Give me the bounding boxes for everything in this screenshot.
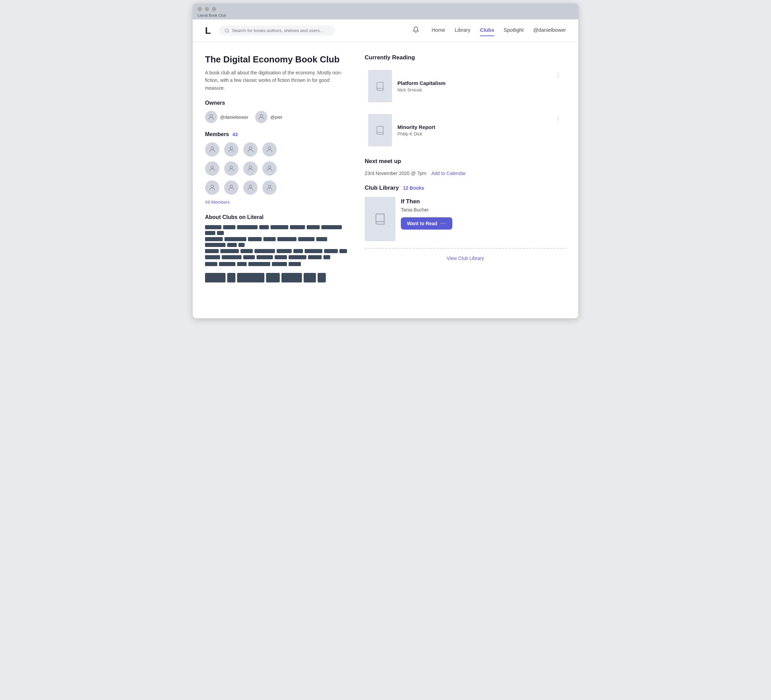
book-author: Nick Srnicek (397, 87, 548, 93)
nav-clubs[interactable]: Clubs (480, 27, 494, 34)
main-content: The Digital Economy Book Club A book clu… (193, 42, 578, 295)
owners-row: @danielbower @piet (205, 111, 348, 123)
svg-point-4 (211, 147, 213, 150)
all-members-link[interactable]: All Members (205, 200, 348, 205)
left-column: The Digital Economy Book Club A book clu… (205, 54, 348, 282)
members-count: 43 (232, 132, 238, 137)
library-book-title: If Then (401, 198, 566, 205)
library-book-info-if-then: If Then Tania Bucher Want to Read ··· (401, 197, 566, 230)
about-clubs-text (205, 225, 348, 282)
book-title: Platform Capitalism (397, 80, 548, 86)
next-meetup-title: Next meet up (365, 158, 566, 165)
library-book-cover-if-then (365, 197, 395, 241)
members-header: Members 43 (205, 131, 348, 137)
navbar: L Home Library Clubs Spotlight @danielbo… (193, 20, 578, 42)
svg-point-14 (249, 185, 251, 187)
svg-point-9 (230, 166, 232, 169)
list-item (205, 161, 220, 176)
club-library-title: Club Library (365, 184, 399, 191)
traffic-light-close[interactable] (197, 7, 202, 11)
book-icon (375, 125, 385, 135)
list-item (243, 161, 257, 176)
club-description: A book club all about the digitisation o… (205, 69, 348, 92)
club-title: The Digital Economy Book Club (205, 54, 348, 65)
owner-danielbower: @danielbower (205, 111, 248, 123)
list-item (262, 181, 277, 195)
svg-point-6 (249, 147, 251, 150)
nav-links: Home Library Clubs Spotlight @danielbowe… (431, 27, 566, 34)
add-to-calendar-link[interactable]: Add to Calendar (431, 171, 466, 176)
book-cover-platform-capitalism (368, 70, 392, 103)
nav-library[interactable]: Library (455, 27, 470, 34)
list-item (224, 181, 239, 195)
traffic-light-expand[interactable] (212, 7, 216, 11)
bell-icon[interactable] (412, 26, 419, 35)
svg-point-10 (249, 166, 251, 169)
book-menu-icon[interactable]: ⋮ (554, 114, 563, 124)
list-item (224, 142, 239, 156)
svg-point-7 (268, 147, 270, 150)
view-club-library-link[interactable]: View Club Library (365, 256, 566, 261)
members-label: Members (205, 131, 229, 137)
window-title: Literal Book Club (197, 13, 226, 17)
table-row: Platform Capitalism Nick Srnicek ⋮ (365, 67, 566, 106)
owner-avatar-danielbower (205, 111, 217, 123)
book-info-minority-report: Minority Report Philip K Dick (397, 124, 548, 137)
next-meetup-section: Next meet up 23rd November 2020 @ 7pm Ad… (365, 158, 566, 176)
meetup-date: 23rd November 2020 @ 7pm (365, 171, 426, 176)
library-divider (365, 248, 566, 249)
svg-point-3 (260, 115, 263, 117)
club-library-section: Club Library 12 Books If Then Tania Buch… (365, 184, 566, 261)
list-item (224, 161, 239, 176)
list-item (205, 142, 220, 156)
library-header: Club Library 12 Books (365, 184, 566, 191)
table-row: If Then Tania Bucher Want to Read ··· (365, 197, 566, 241)
logo[interactable]: L (205, 26, 211, 36)
want-to-read-label: Want to Read (407, 221, 438, 226)
about-clubs-title: About Clubs on Literal (205, 214, 348, 220)
list-item (262, 161, 277, 176)
owner-avatar-piet (255, 111, 267, 123)
svg-point-5 (230, 147, 232, 150)
svg-line-1 (228, 31, 229, 33)
book-cover-minority-report (368, 114, 392, 147)
right-column: Currently Reading Platform Capitalism Ni… (365, 54, 566, 282)
currently-reading-title: Currently Reading (365, 54, 566, 61)
book-author: Philip K Dick (397, 131, 548, 137)
library-count: 12 Books (403, 185, 424, 191)
traffic-light-minimize[interactable] (205, 7, 209, 11)
svg-point-2 (210, 115, 212, 117)
owner-name-danielbower: @danielbower (220, 115, 248, 120)
want-to-read-button[interactable]: Want to Read ··· (401, 217, 452, 230)
book-icon (374, 213, 386, 225)
nav-spotlight[interactable]: Spotlight (504, 27, 524, 34)
search-input[interactable] (232, 28, 330, 33)
search-icon (224, 28, 229, 33)
library-book-author: Tania Bucher (401, 207, 566, 213)
list-item (243, 181, 257, 195)
owners-label: Owners (205, 100, 348, 106)
svg-point-8 (211, 166, 213, 169)
members-grid (205, 142, 348, 195)
list-item (205, 181, 220, 195)
list-item (262, 142, 277, 156)
window-title-bar: Literal Book Club (193, 11, 578, 20)
owner-name-piet: @piet (270, 115, 282, 120)
svg-point-11 (268, 166, 270, 169)
owner-piet: @piet (255, 111, 282, 123)
svg-point-15 (268, 185, 270, 187)
search-bar[interactable] (219, 26, 335, 36)
svg-point-13 (230, 185, 232, 187)
table-row: Minority Report Philip K Dick ⋮ (365, 111, 566, 150)
list-item (243, 142, 257, 156)
want-to-read-dots: ··· (441, 221, 446, 226)
book-title: Minority Report (397, 124, 548, 130)
svg-point-12 (211, 185, 213, 187)
nav-home[interactable]: Home (431, 27, 445, 34)
book-info-platform-capitalism: Platform Capitalism Nick Srnicek (397, 80, 548, 93)
book-icon (375, 81, 385, 91)
nav-user[interactable]: @danielbower (533, 27, 566, 34)
book-menu-icon[interactable]: ⋮ (554, 70, 563, 80)
